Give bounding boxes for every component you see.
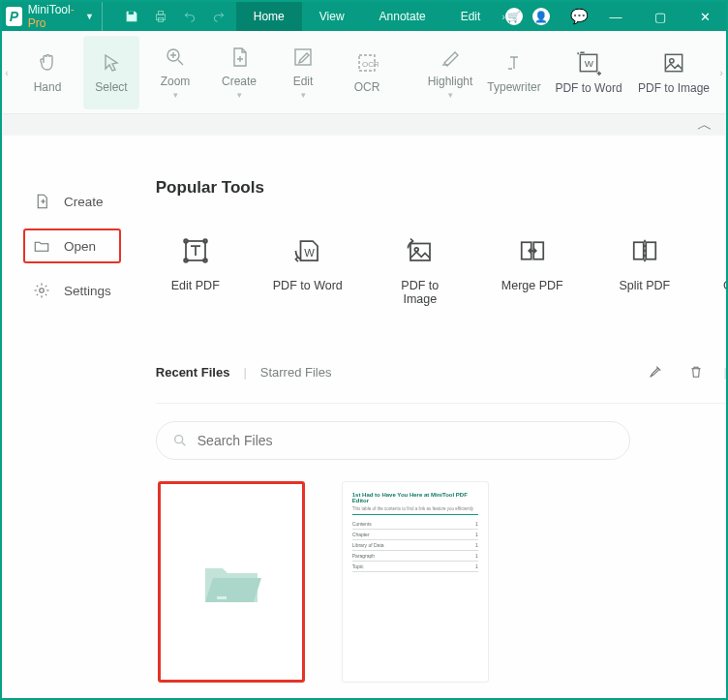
trash-icon [688, 364, 704, 380]
svg-rect-10 [665, 54, 682, 71]
ptool-merge-pdf[interactable]: Merge PDF [497, 236, 568, 306]
ptool-split-pdf[interactable]: Split PDF [609, 236, 681, 306]
sidebar-item-label: Create [64, 195, 104, 209]
svg-point-11 [670, 58, 674, 62]
svg-point-30 [174, 436, 182, 443]
ribbon-collapse-bar[interactable]: ︿ [2, 114, 726, 136]
open-file-card[interactable] [158, 481, 305, 683]
ptool-pdf-to-word[interactable]: W PDF to Word [272, 236, 344, 306]
gear-icon [33, 282, 50, 299]
ptool-edit-pdf[interactable]: Edit PDF [160, 236, 231, 306]
app-name: MiniTool-Pro [28, 3, 81, 30]
tool-pdf-to-image[interactable]: PDF to Image [635, 36, 713, 109]
divider [156, 403, 728, 404]
merge-pdf-icon [518, 236, 547, 265]
tool-label: PDF to Image [638, 81, 710, 95]
sidebar-item-create[interactable]: Create [23, 184, 121, 219]
search-input[interactable] [197, 433, 614, 448]
svg-rect-24 [646, 242, 655, 259]
menu-bar: Home View Annotate Edit [236, 2, 499, 31]
tool-label: Hand [34, 80, 62, 94]
svg-rect-1 [156, 15, 165, 19]
cart-icon[interactable]: 🛒 [505, 8, 523, 25]
tab-recent-files[interactable]: Recent Files [156, 365, 230, 380]
tool-zoom[interactable]: Zoom ▾ [147, 36, 203, 109]
hand-icon [36, 51, 59, 75]
ptool-label: PDF to Word [273, 279, 343, 292]
edit-icon [291, 46, 315, 69]
maximize-button[interactable]: ▢ [643, 10, 678, 24]
feedback-icon[interactable]: 💬 [570, 8, 589, 25]
tab-starred-files[interactable]: Starred Files [260, 365, 332, 380]
tool-label: Create [222, 75, 257, 88]
minimize-button[interactable]: — [598, 10, 633, 24]
pdf-to-word-icon: W [576, 50, 601, 76]
sidebar-item-label: Open [64, 239, 96, 254]
clear-history-button[interactable] [642, 358, 669, 385]
doc-thumbnail: 1st Had to Have You Here at MiniTool PDF… [343, 482, 488, 582]
sidebar-item-open[interactable]: Open [23, 228, 121, 263]
ptool-label: Compress PDF [723, 279, 728, 292]
svg-rect-31 [217, 596, 227, 599]
menu-home[interactable]: Home [236, 2, 302, 31]
app-dropdown-icon[interactable]: ▼ [85, 12, 94, 21]
tool-hand[interactable]: Hand [19, 36, 76, 109]
file-cards: 1st Had to Have You Here at MiniTool PDF… [156, 481, 728, 683]
tool-label: PDF to Word [555, 81, 622, 95]
delete-button[interactable] [682, 358, 710, 385]
tool-select[interactable]: Select [83, 36, 139, 109]
close-button[interactable]: ✕ [687, 10, 722, 24]
zoom-icon [164, 46, 187, 69]
icon-divider: | [723, 365, 726, 380]
tool-edit[interactable]: Edit ▾ [275, 36, 331, 109]
edit-pdf-icon [181, 236, 210, 265]
ptool-compress-pdf[interactable]: Compress PDF [721, 236, 728, 306]
open-folder-icon [199, 555, 263, 609]
tool-highlight[interactable]: Highlight ▾ [422, 36, 478, 109]
caret-icon: ▾ [173, 90, 178, 100]
search-icon [172, 433, 188, 448]
app-logo: P [6, 7, 22, 26]
sidebar: Create Open Settings [2, 136, 138, 698]
svg-rect-0 [128, 12, 133, 15]
pdf-to-word-icon: W [293, 236, 322, 265]
sidebar-item-settings[interactable]: Settings [23, 273, 121, 308]
sidebar-item-label: Settings [64, 284, 111, 298]
chevron-up-icon: ︿ [697, 115, 713, 136]
ribbon: ‹ Hand Select Zoom ▾ Create ▾ Edit ▾ OCR… [2, 31, 726, 114]
undo-icon[interactable] [182, 9, 197, 24]
pdf-to-image-icon [406, 236, 435, 265]
main-panel: Popular Tools Edit PDF W PDF to Word PDF… [138, 136, 728, 698]
search-files[interactable] [156, 421, 630, 460]
tool-typewriter[interactable]: Typewriter [486, 36, 542, 109]
caret-icon: ▾ [237, 90, 242, 100]
menu-annotate[interactable]: Annotate [362, 2, 443, 31]
tool-label: OCR [354, 80, 380, 94]
tool-pdf-to-word[interactable]: W PDF to Word [550, 36, 627, 109]
caret-icon: ▾ [448, 90, 453, 100]
save-icon[interactable] [124, 9, 139, 24]
ptool-pdf-to-image[interactable]: PDF to Image [384, 236, 456, 306]
tool-ocr[interactable]: OCR OCR [339, 36, 395, 109]
tool-label: Select [95, 80, 127, 94]
account-icon[interactable]: 👤 [532, 8, 550, 25]
tab-divider: | [243, 365, 246, 380]
svg-point-12 [40, 289, 45, 293]
title-bar: P MiniTool-Pro ▼ Home View Annotate Edit… [2, 2, 726, 31]
menu-edit[interactable]: Edit [443, 2, 499, 31]
highlight-icon [439, 46, 462, 69]
ribbon-scroll-left-icon[interactable]: ‹ [2, 31, 12, 113]
svg-text:OCR: OCR [362, 60, 379, 69]
create-doc-icon [33, 193, 50, 210]
tool-label: Typewriter [487, 80, 540, 94]
print-icon[interactable] [153, 9, 168, 24]
ptool-label: Merge PDF [501, 279, 563, 292]
redo-icon[interactable] [211, 9, 227, 24]
ptool-label: PDF to Image [384, 279, 456, 306]
ribbon-scroll-right-icon[interactable]: › [716, 31, 726, 113]
svg-text:W: W [585, 58, 594, 69]
menu-view[interactable]: View [302, 2, 362, 31]
svg-text:W: W [304, 247, 315, 259]
tool-create[interactable]: Create ▾ [211, 36, 267, 109]
recent-file-card[interactable]: 1st Had to Have You Here at MiniTool PDF… [342, 481, 489, 683]
